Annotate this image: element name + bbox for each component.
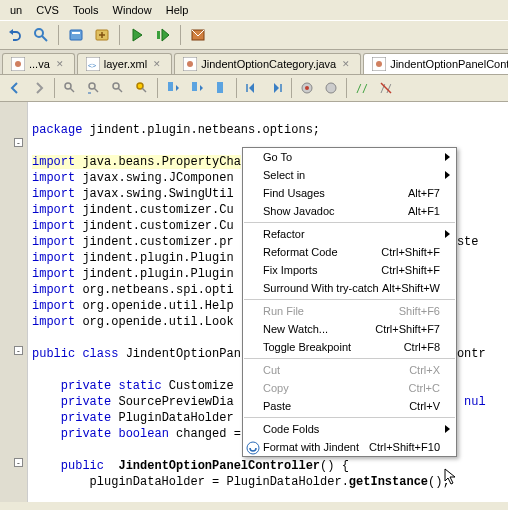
run-icon[interactable]: [126, 24, 148, 46]
prev-bookmark-icon[interactable]: [162, 77, 184, 99]
toggle-highlight-icon[interactable]: [131, 77, 153, 99]
menu-run[interactable]: un: [4, 2, 28, 18]
separator: [236, 78, 237, 98]
nav-back-icon[interactable]: [4, 77, 26, 99]
menu-item-find-usages[interactable]: Find UsagesAlt+F7: [243, 184, 456, 202]
menu-item-label: Cut: [263, 364, 280, 376]
close-icon[interactable]: ✕: [54, 59, 66, 69]
fold-toggle[interactable]: -: [14, 346, 23, 355]
menu-item-reformat-code[interactable]: Reformat CodeCtrl+Shift+F: [243, 243, 456, 261]
menu-item-label: Copy: [263, 382, 289, 394]
menu-item-shortcut: Ctrl+C: [409, 382, 440, 394]
separator: [54, 78, 55, 98]
svg-text:<>: <>: [88, 62, 96, 69]
menu-item-shortcut: Alt+F7: [408, 187, 440, 199]
menu-item-code-folds[interactable]: Code Folds: [243, 420, 456, 438]
tab-jindent-category[interactable]: JindentOptionCategory.java ✕: [174, 53, 361, 74]
xml-file-icon: <>: [86, 57, 100, 71]
find-selection-icon[interactable]: [59, 77, 81, 99]
menu-item-refactor[interactable]: Refactor: [243, 225, 456, 243]
menu-tools[interactable]: Tools: [67, 2, 105, 18]
mouse-cursor-icon: [444, 468, 458, 486]
tab-jindent-controller[interactable]: JindentOptionPanelController.java ✕: [363, 53, 508, 74]
menu-item-label: Refactor: [263, 228, 305, 240]
menu-item-cut: CutCtrl+X: [243, 361, 456, 379]
menu-item-shortcut: Ctrl+Shift+F7: [375, 323, 440, 335]
tab-label: JindentOptionCategory.java: [201, 58, 336, 70]
menu-item-show-javadoc[interactable]: Show JavadocAlt+F1: [243, 202, 456, 220]
close-icon[interactable]: ✕: [151, 59, 163, 69]
tab-label: layer.xml: [104, 58, 147, 70]
macro-start-icon[interactable]: [296, 77, 318, 99]
separator: [58, 25, 59, 45]
separator: [119, 25, 120, 45]
menu-item-shortcut: Ctrl+Shift+F10: [369, 441, 440, 453]
menu-cvs[interactable]: CVS: [30, 2, 65, 18]
menu-item-format-with-jindent[interactable]: Format with JindentCtrl+Shift+F10: [243, 438, 456, 456]
svg-rect-18: [168, 82, 173, 91]
menu-item-shortcut: Ctrl+Shift+F: [381, 246, 440, 258]
find-prev-icon[interactable]: [83, 77, 105, 99]
menu-help[interactable]: Help: [160, 2, 195, 18]
menu-item-label: Run File: [263, 305, 304, 317]
menu-item-label: Show Javadoc: [263, 205, 335, 217]
svg-point-11: [187, 61, 193, 67]
menu-item-label: Paste: [263, 400, 291, 412]
close-icon[interactable]: ✕: [340, 59, 352, 69]
menu-item-shortcut: Shift+F6: [399, 305, 440, 317]
svg-text://: //: [356, 83, 368, 94]
separator: [157, 78, 158, 98]
svg-point-13: [376, 61, 382, 67]
jindent-icon: [245, 440, 261, 456]
debug-icon[interactable]: [152, 24, 174, 46]
shift-right-icon[interactable]: [265, 77, 287, 99]
comment-icon[interactable]: //: [351, 77, 373, 99]
main-toolbar: [0, 20, 508, 50]
macro-stop-icon[interactable]: [320, 77, 342, 99]
tab-va[interactable]: ...va ✕: [2, 53, 75, 74]
menu-item-label: Reformat Code: [263, 246, 338, 258]
menu-item-label: Fix Imports: [263, 264, 317, 276]
uncomment-icon[interactable]: //: [375, 77, 397, 99]
menu-item-label: Surround With try-catch: [263, 282, 379, 294]
editor-tabs: ...va ✕ <> layer.xml ✕ JindentOptionCate…: [0, 50, 508, 75]
menu-item-paste[interactable]: PasteCtrl+V: [243, 397, 456, 415]
menu-item-select-in[interactable]: Select in: [243, 166, 456, 184]
tab-layer-xml[interactable]: <> layer.xml ✕: [77, 53, 172, 74]
menu-item-fix-imports[interactable]: Fix ImportsCtrl+Shift+F: [243, 261, 456, 279]
find-next-icon[interactable]: [107, 77, 129, 99]
svg-rect-1: [70, 30, 82, 40]
menu-item-toggle-breakpoint[interactable]: Toggle BreakpointCtrl+F8: [243, 338, 456, 356]
java-file-icon: [372, 57, 386, 71]
context-menu: Go ToSelect inFind UsagesAlt+F7Show Java…: [242, 147, 457, 457]
shift-left-icon[interactable]: [241, 77, 263, 99]
separator: [180, 25, 181, 45]
tab-label: JindentOptionPanelController.java: [390, 58, 508, 70]
search-icon[interactable]: [30, 24, 52, 46]
next-bookmark-icon[interactable]: [186, 77, 208, 99]
separator: [291, 78, 292, 98]
build-icon[interactable]: [65, 24, 87, 46]
toggle-bookmark-icon[interactable]: [210, 77, 232, 99]
menu-item-new-watch-[interactable]: New Watch...Ctrl+Shift+F7: [243, 320, 456, 338]
java-file-icon: [11, 57, 25, 71]
menu-item-copy: CopyCtrl+C: [243, 379, 456, 397]
menu-item-shortcut: Alt+Shift+W: [382, 282, 440, 294]
menu-item-go-to[interactable]: Go To: [243, 148, 456, 166]
fold-toggle[interactable]: -: [14, 138, 23, 147]
menu-window[interactable]: Window: [107, 2, 158, 18]
svg-point-23: [326, 83, 336, 93]
menu-item-surround-with-try-catch[interactable]: Surround With try-catchAlt+Shift+W: [243, 279, 456, 297]
svg-point-26: [247, 442, 259, 454]
menu-item-shortcut: Ctrl+X: [409, 364, 440, 376]
clean-build-icon[interactable]: [91, 24, 113, 46]
fold-toggle[interactable]: -: [14, 458, 23, 467]
editor-toolbar: // //: [0, 75, 508, 102]
separator: [346, 78, 347, 98]
nav-forward-icon[interactable]: [28, 77, 50, 99]
profile-icon[interactable]: [187, 24, 209, 46]
svg-rect-2: [72, 32, 80, 34]
undo-icon[interactable]: [4, 24, 26, 46]
menu-item-label: Format with Jindent: [263, 441, 359, 453]
gutter: - - -: [0, 102, 28, 502]
